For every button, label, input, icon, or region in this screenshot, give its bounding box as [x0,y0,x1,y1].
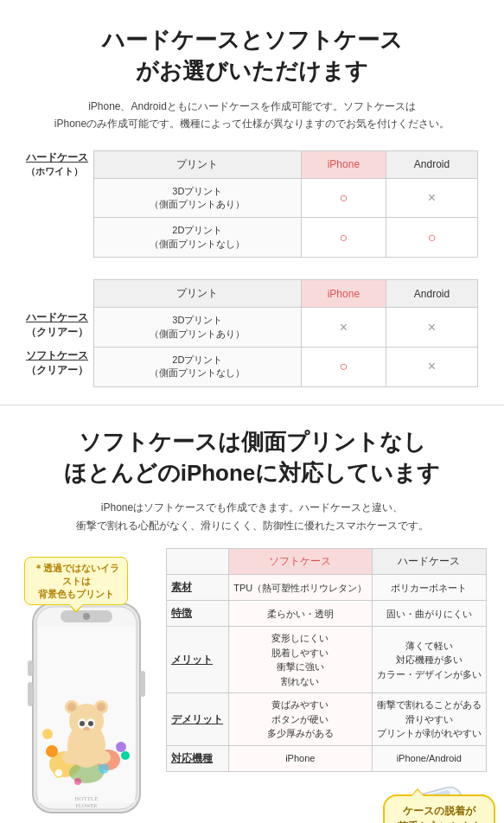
hard-cell: 固い・曲がりにくい [372,601,486,627]
svg-point-4 [83,613,90,620]
col-empty [167,549,229,575]
hard-cell: iPhone/Android [372,745,486,771]
row-label-cell: 素材 [167,575,229,601]
table1-left-label: ハードケース （ホワイト） [26,150,93,178]
table-row: 2Dプリント（側面プリントなし） ○ ○ [94,218,478,258]
table2: プリント iPhone Android 3Dプリント（側面プリントあり） × ×… [93,279,478,387]
row-label-cell: メリット [167,627,229,693]
svg-rect-6 [28,682,33,706]
hard-cell: ポリカーボネート [372,575,486,601]
print-3d-clear: 3Dプリント（側面プリントあり） [94,308,302,348]
svg-point-30 [121,751,130,760]
phone-area: ＊透過ではないイラストは 背景色もプリント [17,548,156,823]
soft-cell: iPhone [229,745,373,771]
table-row: メリット変形しにくい 脱着しやすい 衝撃に強い 割れない薄くて軽い 対応機種が多… [167,627,487,693]
print-2d-clear: 2Dプリント（側面プリントなし） [94,347,302,386]
section1: ハードケースとソフトケース がお選びいただけます iPhone、Androidと… [0,0,504,405]
table1-wrapper: ハードケース （ホワイト） プリント iPhone Android 3Dプリント… [26,150,478,258]
hard-case-clear-sub: （クリアー） [26,326,88,338]
svg-point-31 [74,778,81,785]
iphone-2d-white: ○ [301,218,386,258]
col-print: プリント [94,150,302,178]
soft-cell: 変形しにくい 脱着しやすい 衝撃に強い 割れない [229,627,373,693]
section1-title: ハードケースとソフトケース がお選びいただけます [26,24,478,87]
section1-subtitle: iPhone、Androidともにハードケースを作成可能です。ソフトケースは i… [26,98,478,133]
section2-content: ＊透過ではないイラストは 背景色もプリント [17,548,487,823]
table2-left-labels: ハードケース （クリアー） ソフトケース （クリアー） [26,279,93,386]
android-2d-clear: × [386,347,477,386]
soft-clear-area: ケースの脱着が 苦手な方におすすめ。 [166,781,487,823]
table1-right: プリント iPhone Android 3Dプリント（側面プリントあり） ○ ×… [93,150,478,258]
svg-point-20 [67,703,76,711]
phone-illustration: BOTTLE FLOWER [26,600,147,819]
iphone-3d-white: ○ [301,178,386,218]
section2: ソフトケースは側面プリントなし ほとんどのiPhoneに対応しています iPho… [0,405,504,823]
table-row: 対応機種iPhoneiPhone/Android [167,745,487,771]
svg-rect-5 [28,660,33,676]
svg-point-11 [46,745,58,757]
table-row: 素材TPU（熱可塑性ポリウレタン）ポリカーボネート [167,575,487,601]
android-3d-clear: × [386,308,477,348]
col-android-1: Android [386,150,477,178]
print-3d: 3Dプリント（側面プリントあり） [94,178,302,218]
hard-case-white-sub: （ホワイト） [26,165,88,178]
hard-case-clear-label-block: ハードケース （クリアー） [26,310,88,340]
section2-title: ソフトケースは側面プリントなし ほとんどのiPhoneに対応しています [17,426,487,489]
soft-cell: 柔らかい・透明 [229,601,373,627]
soft-cell: TPU（熱可塑性ポリウレタン） [229,575,373,601]
comparison-table-wrap: ソフトケース ハードケース 素材TPU（熱可塑性ポリウレタン）ポリカーボネート特… [166,548,487,823]
table-row: 2Dプリント（側面プリントなし） ○ × [94,347,478,386]
svg-point-27 [62,750,80,764]
svg-point-25 [88,721,93,726]
phone-svg: BOTTLE FLOWER [26,600,147,816]
table-row: 3Dプリント（側面プリントあり） ○ × [94,178,478,218]
hard-cell: 衝撃で割れることがある 滑りやすい プリントが剥がれやすい [372,693,486,746]
print-2d: 2Dプリント（側面プリントなし） [94,218,302,258]
hard-case-white-label: ハードケース [26,150,88,165]
hard-case-clear-label: ハードケース [26,311,88,323]
hard-cell: 薄くて軽い 対応機種が多い カラー・デザインが多い [372,627,486,693]
svg-point-26 [83,727,90,730]
balloon-text: ＊透過ではないイラストは 背景色もプリント [24,557,128,605]
row-label-cell: デメリット [167,693,229,746]
iphone-3d-clear: × [301,308,386,348]
table2-wrapper: ハードケース （クリアー） ソフトケース （クリアー） プリント iPhone … [26,279,478,387]
svg-point-14 [99,763,109,774]
soft-case-clear-label: ソフトケース [26,349,88,361]
table2-right: プリント iPhone Android 3Dプリント（側面プリントあり） × ×… [93,279,478,387]
col-hard: ハードケース [372,549,486,575]
row-label-cell: 特徴 [167,601,229,627]
svg-point-29 [42,729,53,739]
row-label-cell: 対応機種 [167,745,229,771]
col-iphone-2: iPhone [301,280,386,308]
svg-point-15 [54,769,63,777]
svg-point-21 [97,703,105,711]
soft-cell: 黄ばみやすい ボタンが硬い 多少厚みがある [229,693,373,746]
svg-point-12 [116,742,126,752]
footer-balloon: ケースの脱着が 苦手な方におすすめ。 [383,794,495,823]
col-print-2: プリント [94,280,302,308]
svg-text:BOTTLE: BOTTLE [75,795,99,802]
comparison-table: ソフトケース ハードケース 素材TPU（熱可塑性ポリウレタン）ポリカーボネート特… [166,548,487,772]
svg-text:FLOWER: FLOWER [76,803,98,808]
android-2d-white: ○ [386,218,477,258]
table-row: デメリット黄ばみやすい ボタンが硬い 多少厚みがある衝撃で割れることがある 滑り… [167,693,487,746]
col-iphone-1: iPhone [301,150,386,178]
svg-point-24 [80,721,85,726]
soft-case-clear-sub: （クリアー） [26,364,88,376]
svg-rect-7 [140,671,145,697]
section2-subtitle: iPhoneはソフトケースでも作成できます。ハードケースと違い、 衝撃で割れる心… [17,499,487,534]
iphone-2d-clear: ○ [301,347,386,386]
svg-point-28 [93,750,111,764]
table1: プリント iPhone Android 3Dプリント（側面プリントあり） ○ ×… [93,150,478,258]
table-row: 特徴柔らかい・透明固い・曲がりにくい [167,601,487,627]
android-3d-white: × [386,178,477,218]
table-row: 3Dプリント（側面プリントあり） × × [94,308,478,348]
col-android-2: Android [386,280,477,308]
col-soft: ソフトケース [229,549,373,575]
soft-case-clear-label-block: ソフトケース （クリアー） [26,348,88,378]
